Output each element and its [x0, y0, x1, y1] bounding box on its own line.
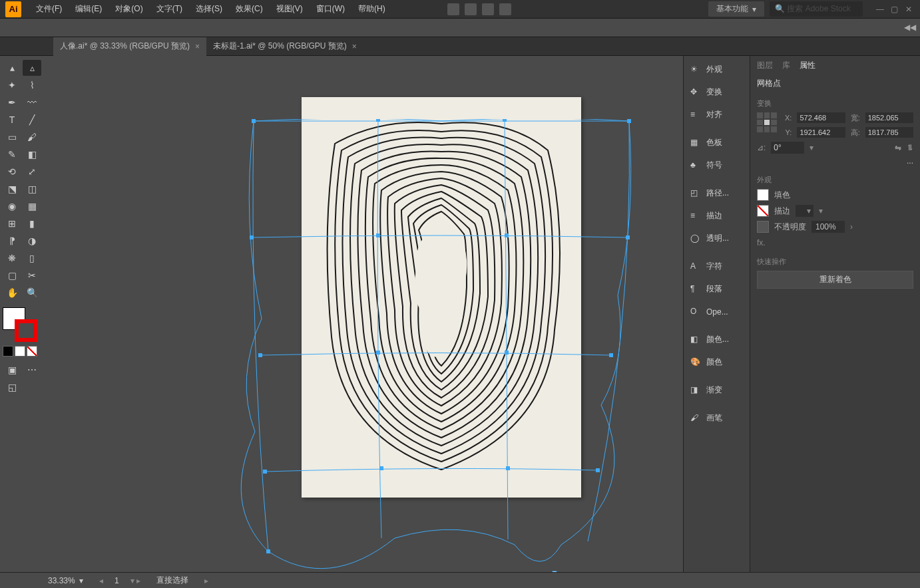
zoom-tool[interactable]: 🔍 [23, 285, 41, 301]
shape-builder-tool[interactable]: ◉ [3, 198, 21, 214]
opacity-input[interactable]: 100% [811, 221, 845, 233]
blend-tool[interactable]: ◑ [23, 233, 41, 249]
menu-select[interactable]: 选择(S) [189, 3, 229, 15]
dock-brushes[interactable]: 🖌画笔 [684, 407, 750, 430]
x-input[interactable]: 572.468 [797, 112, 845, 123]
flip-h-icon[interactable]: ⇋ [895, 143, 901, 152]
fx-label[interactable]: fx. [757, 238, 913, 247]
chevron-down-icon[interactable]: ▾ [819, 206, 823, 216]
paintbrush-tool[interactable]: 🖌 [23, 129, 41, 145]
dock-gradient[interactable]: ◨渐变 [684, 379, 750, 402]
gradient-tool[interactable]: ▮ [23, 216, 41, 231]
pen-tool[interactable]: ✒ [3, 94, 21, 110]
symbol-sprayer-tool[interactable]: ❋ [3, 250, 21, 266]
edit-toolbar[interactable]: ⋯ [23, 362, 41, 378]
menu-view[interactable]: 视图(V) [270, 3, 310, 15]
dock-appearance[interactable]: ☀外观 [684, 59, 750, 81]
artboard-number[interactable]: 1 [115, 576, 119, 585]
w-input[interactable]: 1852.065 [865, 112, 913, 123]
rotate-tool[interactable]: ⟲ [3, 164, 21, 180]
screen-mode-tool[interactable]: ▣ [3, 362, 21, 378]
rectangle-tool[interactable]: ▭ [3, 129, 21, 145]
menu-help[interactable]: 帮助(H) [351, 3, 392, 15]
eraser-tool[interactable]: ◧ [23, 146, 41, 162]
dock-color[interactable]: 🎨颜色 [684, 351, 750, 374]
angle-input[interactable]: 0° [771, 142, 804, 154]
close-icon[interactable]: ✕ [905, 5, 915, 14]
color-mode-none[interactable] [27, 346, 37, 357]
color-mode-solid[interactable] [3, 346, 13, 357]
chevron-down-icon[interactable]: ▾ [809, 143, 813, 152]
document-tab-0[interactable]: 人像.ai* @ 33.33% (RGB/GPU 预览) × [53, 37, 206, 56]
chevron-down-icon[interactable]: ▾ [79, 576, 83, 585]
dock-label: 变换 [706, 86, 722, 98]
dock-align[interactable]: ≡对齐 [684, 104, 750, 126]
menu-window[interactable]: 窗口(W) [310, 3, 351, 15]
dock-pathfinder[interactable]: ◰路径... [684, 182, 750, 205]
workspace-switcher[interactable]: 基本功能 ▾ [708, 1, 764, 17]
type-tool[interactable]: T [3, 112, 21, 128]
scale-tool[interactable]: ⤢ [23, 164, 41, 180]
lasso-tool[interactable]: ⌇ [23, 77, 41, 93]
menu-type[interactable]: 文字(T) [150, 3, 189, 15]
slice-tool[interactable]: ✂ [23, 267, 41, 283]
tab-close-icon[interactable]: × [352, 42, 357, 51]
tab-close-icon[interactable]: × [195, 42, 200, 51]
h-input[interactable]: 1817.785 [865, 127, 913, 138]
eyedropper-tool[interactable]: ⁋ [3, 233, 21, 249]
chevron-right-icon[interactable]: › [850, 222, 853, 231]
dock-character[interactable]: A字符 [684, 255, 750, 278]
document-tab-1[interactable]: 未标题-1.ai* @ 50% (RGB/GPU 预览) × [206, 37, 363, 56]
rocket-icon[interactable] [499, 3, 511, 15]
column-graph-tool[interactable]: ▯ [23, 250, 41, 266]
dock-transparency[interactable]: ◯透明... [684, 227, 750, 250]
shaper-tool[interactable]: ✎ [3, 146, 21, 162]
dock-color-guide[interactable]: ◧颜色... [684, 329, 750, 351]
panel-tab-libraries[interactable]: 库 [782, 60, 790, 71]
y-input[interactable]: 1921.642 [797, 127, 845, 138]
direct-selection-tool[interactable]: ▵ [23, 60, 41, 76]
dock-swatches[interactable]: ▦色板 [684, 132, 750, 154]
free-transform-tool[interactable]: ◫ [23, 181, 41, 197]
recolor-button[interactable]: 重新着色 [757, 271, 913, 289]
panel-tab-layers[interactable]: 图层 [757, 60, 773, 71]
dock-opentype[interactable]: OOpe... [684, 301, 750, 323]
artboard-tool[interactable]: ▢ [3, 267, 21, 283]
menu-file[interactable]: 文件(F) [29, 3, 69, 15]
stroke-weight-input[interactable] [796, 205, 813, 217]
color-mode-gradient[interactable] [15, 346, 25, 357]
zoom-value[interactable]: 33.33% [48, 576, 75, 585]
flip-v-icon[interactable]: ⥮ [907, 143, 913, 152]
stroke-swatch[interactable] [15, 319, 37, 342]
dock-paragraph[interactable]: ¶段落 [684, 278, 750, 301]
menu-object[interactable]: 对象(O) [109, 3, 149, 15]
fill-color-swatch[interactable] [757, 189, 769, 201]
canvas[interactable] [47, 56, 683, 572]
maximize-icon[interactable]: ▢ [891, 5, 900, 14]
menu-effect[interactable]: 效果(C) [229, 3, 270, 15]
perspective-tool[interactable]: ▦ [23, 198, 41, 214]
selection-tool[interactable]: ▴ [3, 60, 21, 76]
menu-edit[interactable]: 编辑(E) [69, 3, 109, 15]
minimize-icon[interactable]: — [876, 5, 885, 14]
magic-wand-tool[interactable]: ✦ [3, 77, 21, 93]
width-tool[interactable]: ⬔ [3, 181, 21, 197]
curvature-tool[interactable]: 〰 [23, 94, 41, 110]
panel-tab-properties[interactable]: 属性 [800, 60, 815, 71]
reference-point-selector[interactable] [757, 112, 777, 132]
fill-stroke-swatches[interactable] [3, 307, 37, 342]
arrange-icon[interactable] [482, 3, 494, 15]
stroke-color-swatch[interactable] [757, 205, 769, 217]
panel-collapse-icon[interactable]: ◀◀ [904, 23, 915, 33]
hand-tool[interactable]: ✋ [3, 285, 21, 301]
bridge-icon[interactable] [447, 3, 459, 15]
line-tool[interactable]: ╱ [23, 112, 41, 128]
dock-transform[interactable]: ✥变换 [684, 81, 750, 104]
mesh-tool[interactable]: ⊞ [3, 216, 21, 231]
search-input[interactable]: 🔍 搜索 Adobe Stock [770, 1, 863, 17]
stock-icon[interactable] [465, 3, 477, 15]
draw-mode[interactable]: ◱ [3, 379, 21, 395]
dock-symbols[interactable]: ♣符号 [684, 154, 750, 177]
more-options-icon[interactable]: ... [907, 156, 913, 166]
dock-stroke[interactable]: ≡描边 [684, 205, 750, 227]
